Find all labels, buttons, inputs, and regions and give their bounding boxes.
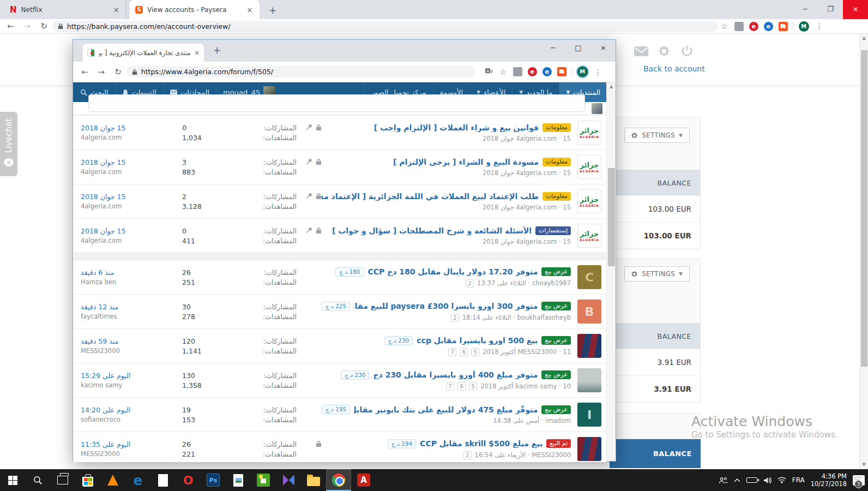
power-icon[interactable] bbox=[680, 45, 694, 60]
avatar[interactable]: جزائرALGERIA bbox=[577, 224, 601, 248]
prefix-badge[interactable]: عرض بيع bbox=[541, 267, 571, 276]
last-post-date[interactable]: 15 جوان 2018 bbox=[81, 193, 167, 201]
last-post-date[interactable]: اليوم على 11:35 bbox=[81, 440, 167, 448]
translate-icon[interactable]: a bbox=[482, 67, 496, 77]
avatar[interactable] bbox=[577, 334, 601, 358]
page-badge[interactable]: 5 bbox=[469, 382, 477, 391]
thread-row[interactable]: جزائرALGERIAمعلوماتمسودة البيع و الشراء … bbox=[73, 149, 607, 184]
taskbar-app-opera[interactable]: O bbox=[176, 469, 201, 491]
thread-starter-date[interactable]: 4algeria.com · 15 جوان 2018 bbox=[483, 203, 571, 211]
prefix-badge[interactable]: عرض بيع bbox=[541, 302, 571, 310]
browser-menu-icon[interactable]: ⋮ bbox=[591, 68, 605, 76]
last-post-date[interactable]: منذ 59 دقيقة bbox=[81, 337, 167, 345]
thread-last-post[interactable]: اليوم على 11:35MESSI23000 bbox=[81, 440, 167, 458]
thread-title[interactable]: قوانين بيع و شراء العملات [ الإلتزام واج… bbox=[374, 123, 539, 132]
popup-tab[interactable]: منتدى تجارة العملات الإلكترونية [ بيع × bbox=[83, 44, 204, 62]
thread-starter-date[interactable]: 4algeria.com · 15 جوان 2018 bbox=[483, 135, 571, 142]
prefix-badge[interactable]: عرض بيع bbox=[541, 405, 571, 414]
thread-starter-date[interactable]: 4algeria.com · 15 جوان 2018 bbox=[483, 238, 571, 246]
page-badge[interactable]: 5 bbox=[471, 348, 479, 356]
thread-last-post[interactable]: منذ 12 دقيقةfaycaltimes bbox=[81, 303, 167, 320]
thread-title[interactable]: مسودة البيع و الشراء [ يرجى الإلتزام ] bbox=[393, 158, 539, 166]
battery-icon[interactable] bbox=[746, 477, 757, 483]
thread-last-post[interactable]: 15 جوان 20184algeria.com bbox=[81, 158, 167, 176]
thread-starter-date[interactable]: kacimo samy · 10 أكتوبر 2018 bbox=[480, 382, 571, 390]
thread-last-post[interactable]: اليوم على 14:20sofianecroco bbox=[81, 406, 167, 423]
notification-center-icon[interactable]: 7 bbox=[853, 475, 865, 486]
livechat-close-icon[interactable]: x bbox=[4, 158, 14, 166]
gear-icon[interactable] bbox=[658, 45, 671, 60]
page-badge[interactable]: 2 bbox=[463, 451, 472, 459]
scrollbar-thumb[interactable] bbox=[608, 168, 615, 266]
extension-cart-icon[interactable]: ⛟ bbox=[557, 67, 566, 76]
thread-title[interactable]: بيع مبلغ skrill $500 مقابل CCP bbox=[420, 439, 542, 448]
thread-starter-date[interactable]: MESSI23000 · الأربعاء على 16:54 bbox=[475, 451, 571, 459]
taskbar-app-autocad[interactable]: A bbox=[351, 469, 376, 491]
reload-button[interactable]: ↻ bbox=[110, 67, 126, 77]
taskbar-app-start[interactable] bbox=[0, 469, 25, 491]
taskbar-app-edge[interactable]: e bbox=[125, 469, 150, 491]
thread-title[interactable]: متوفر 300 اورو بايسرا paysera £300 للبيع… bbox=[354, 302, 538, 310]
popup-address-bar[interactable]: https://www.4algeria.com/forum/f/505/ bbox=[126, 66, 475, 77]
thread-row[interactable]: جزائرALGERIAإستفساراتالأسئلة الشائعة و ش… bbox=[73, 218, 607, 253]
thread-title[interactable]: الأسئلة الشائعة و شرح المصطلحات [ سؤال و… bbox=[332, 226, 532, 235]
settings-button[interactable]: SETTINGS ▼ bbox=[624, 128, 690, 143]
profile-avatar[interactable]: M bbox=[577, 67, 588, 77]
thread-title[interactable]: متوفر 17.20 دولار بايبال مقابل 180 دج CC… bbox=[368, 267, 538, 276]
avatar[interactable]: B bbox=[577, 300, 601, 324]
last-post-date[interactable]: منذ 12 دقيقة bbox=[81, 303, 167, 311]
back-button[interactable]: ← bbox=[76, 67, 93, 77]
language-indicator[interactable]: FRA bbox=[792, 476, 805, 484]
minimize-button[interactable]: − bbox=[793, 0, 818, 19]
thread-row[interactable]: تم البيعبيع مبلغ skrill $500 مقابل CCP19… bbox=[73, 432, 607, 462]
taskbar-app-store[interactable] bbox=[75, 469, 100, 491]
thread-last-post[interactable]: 15 جوان 20184algeria.com bbox=[81, 124, 167, 141]
thread-title[interactable]: بيع 500 اورو بايسيرا مقابل ccp bbox=[417, 336, 538, 345]
thread-row[interactable]: جزائرALGERIAمعلوماتطلب الإعتماد لبيع الع… bbox=[73, 184, 607, 218]
thread-starter-date[interactable]: choayb1987 · الثلاثاء على 13:37 bbox=[477, 279, 571, 287]
thread-row[interactable]: جزائرALGERIAمعلوماتقوانين بيع و شراء الع… bbox=[73, 115, 607, 149]
taskbar-app-file-explorer[interactable] bbox=[301, 469, 326, 491]
prefix-badge[interactable]: عرض بيع bbox=[541, 370, 571, 379]
profile-avatar[interactable]: M bbox=[799, 21, 809, 32]
tab-paysera[interactable]: S View accounts - Paysera × bbox=[130, 0, 260, 19]
avatar[interactable]: C bbox=[577, 265, 601, 289]
thread-row[interactable]: Bعرض بيعمتوفر 300 اورو بايسرا paysera £3… bbox=[73, 294, 607, 328]
prefix-badge[interactable]: معلومات bbox=[542, 158, 571, 166]
extension-cart-icon[interactable]: ⛟ bbox=[779, 22, 788, 31]
thread-row[interactable]: Iعرض بيعمتوفّر مبلغ 475 دولار للبيع على … bbox=[73, 397, 607, 432]
thread-starter-date[interactable]: MESSI23000 · 11 أكتوبر 2018 bbox=[483, 348, 571, 356]
new-tab-button[interactable]: + bbox=[266, 4, 279, 17]
prefix-badge[interactable]: إستفسارات bbox=[535, 226, 571, 235]
page-badge[interactable]: 2 bbox=[466, 279, 474, 288]
thread-row[interactable]: Cعرض بيعمتوفر 17.20 دولار بايبال مقابل 1… bbox=[73, 260, 607, 294]
taskbar-app-search[interactable] bbox=[25, 469, 50, 491]
clock[interactable]: 4:36 PM 10/27/2018 bbox=[811, 472, 847, 488]
main-scrollbar[interactable]: ▲ ▼ bbox=[859, 34, 868, 469]
thread-last-post[interactable]: 15 جوان 20184algeria.com bbox=[81, 193, 167, 210]
thread-last-post[interactable]: منذ 59 دقيقةMESSI23000 bbox=[81, 337, 167, 355]
settings-button[interactable]: SETTINGS ▼ bbox=[624, 266, 690, 282]
envelope-icon[interactable] bbox=[634, 46, 649, 59]
taskbar-app-vlc[interactable] bbox=[100, 469, 125, 491]
avatar[interactable] bbox=[577, 437, 601, 461]
bookmark-star-icon[interactable]: ☆ bbox=[718, 22, 732, 31]
scroll-up-arrow[interactable]: ▲ bbox=[607, 82, 616, 91]
scrollbar-thumb[interactable] bbox=[861, 50, 867, 367]
prefix-badge[interactable]: معلومات bbox=[542, 123, 571, 132]
avatar[interactable]: جزائرALGERIA bbox=[577, 155, 601, 179]
forward-button[interactable]: → bbox=[93, 67, 110, 77]
avatar[interactable]: I bbox=[577, 403, 601, 427]
wifi-icon[interactable] bbox=[777, 477, 786, 483]
taskbar-app-kmplayer[interactable] bbox=[276, 469, 301, 491]
browser-menu-icon[interactable]: ⋮ bbox=[812, 22, 827, 31]
prefix-badge[interactable]: عرض بيع bbox=[541, 336, 571, 345]
thread-starter-date[interactable]: 4algeria.com · 15 جوان 2018 bbox=[483, 169, 571, 177]
page-badge[interactable]: 7 bbox=[446, 382, 454, 391]
extension-red-e-icon[interactable]: e bbox=[749, 22, 758, 31]
thread-last-post[interactable]: 15 جوان 20184algeria.com bbox=[81, 227, 167, 244]
last-post-date[interactable]: 15 جوان 2018 bbox=[81, 227, 167, 235]
page-badge[interactable]: 6 bbox=[460, 348, 468, 356]
popup-close-button[interactable]: × bbox=[591, 40, 616, 56]
livechat-tab[interactable]: Livechat x bbox=[0, 112, 17, 176]
